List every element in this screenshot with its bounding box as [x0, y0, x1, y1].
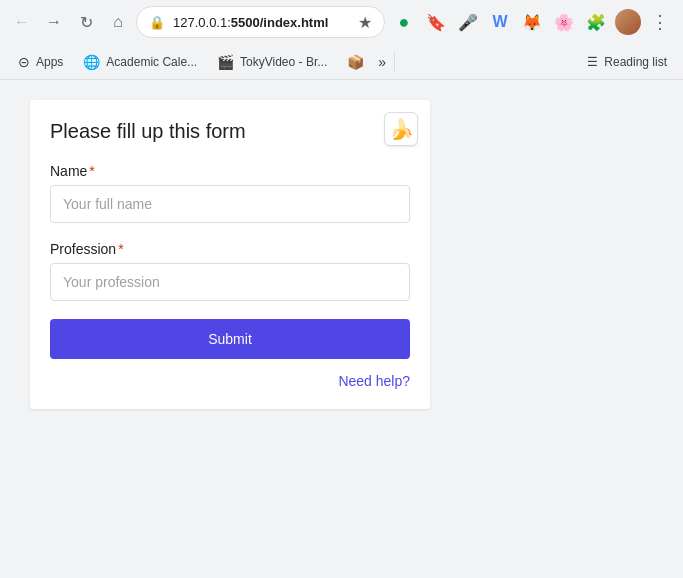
bookmark-button[interactable]: ★ — [358, 13, 372, 32]
submit-button[interactable]: Submit — [50, 319, 410, 359]
more-options-button[interactable]: ⋮ — [645, 7, 675, 37]
extensions-button[interactable]: 🧩 — [581, 7, 611, 37]
name-required: * — [89, 163, 94, 179]
extension-mic-button[interactable]: 🎤 — [453, 7, 483, 37]
extension-green-button[interactable]: ● — [389, 7, 419, 37]
tab-toky-label: TokyVideo - Br... — [240, 55, 327, 69]
browser-chrome: ← → ↻ ⌂ 🔒 127.0.0.1:5500/index.html ★ ● … — [0, 0, 683, 570]
help-link[interactable]: Need help? — [50, 373, 410, 389]
extension-green-icon: ● — [399, 12, 410, 33]
back-button[interactable]: ← — [8, 8, 36, 36]
avatar — [615, 9, 641, 35]
form-card: 🍌 Please fill up this form Name* Profess… — [30, 100, 430, 409]
profile-button[interactable] — [613, 7, 643, 37]
form-title: Please fill up this form — [50, 120, 410, 143]
address-text: 127.0.0.1:5500/index.html — [173, 15, 350, 30]
banana-icon: 🍌 — [389, 117, 414, 141]
divider — [394, 52, 395, 72]
fox-icon: 🦊 — [522, 13, 542, 32]
expand-tabs-button[interactable]: » — [374, 50, 390, 74]
toolbar: ← → ↻ ⌂ 🔒 127.0.0.1:5500/index.html ★ ● … — [0, 0, 683, 44]
reading-list-button[interactable]: ☰ Reading list — [579, 51, 675, 73]
profession-label: Profession* — [50, 241, 410, 257]
mic-icon: 🎤 — [458, 13, 478, 32]
academic-icon: 🌐 — [83, 54, 100, 70]
address-bar[interactable]: 🔒 127.0.0.1:5500/index.html ★ — [136, 6, 385, 38]
profession-input[interactable] — [50, 263, 410, 301]
tabs-bar: ⊝ Apps 🌐 Academic Cale... 🎬 TokyVideo - … — [0, 44, 683, 80]
reading-list-label: Reading list — [604, 55, 667, 69]
reading-list-icon: ☰ — [587, 55, 598, 69]
name-input[interactable] — [50, 185, 410, 223]
tab-apps[interactable]: ⊝ Apps — [8, 44, 73, 80]
lock-icon: 🔒 — [149, 15, 165, 30]
banana-button[interactable]: 🍌 — [384, 112, 418, 146]
tab-apps-label: Apps — [36, 55, 63, 69]
tab-toky[interactable]: 🎬 TokyVideo - Br... — [207, 44, 337, 80]
tab-academic[interactable]: 🌐 Academic Cale... — [73, 44, 207, 80]
flower-icon: 🌸 — [554, 13, 574, 32]
dropbox-icon: 📦 — [347, 54, 364, 70]
extension-fox-button[interactable]: 🦊 — [517, 7, 547, 37]
bookmark-icon: 🔖 — [426, 13, 446, 32]
extension-bookmark-button[interactable]: 🔖 — [421, 7, 451, 37]
toolbar-icons: ● 🔖 🎤 W 🦊 🌸 🧩 — [389, 7, 675, 37]
more-icon: ⋮ — [651, 11, 669, 33]
profession-required: * — [118, 241, 123, 257]
home-button[interactable]: ⌂ — [104, 8, 132, 36]
toky-icon: 🎬 — [217, 54, 234, 70]
w-icon: W — [492, 13, 507, 31]
extension-flower-button[interactable]: 🌸 — [549, 7, 579, 37]
profession-field-group: Profession* — [50, 241, 410, 301]
tab-dropbox[interactable]: 📦 — [337, 44, 374, 80]
name-field-group: Name* — [50, 163, 410, 223]
expand-icon: » — [378, 54, 386, 70]
extension-w-button[interactable]: W — [485, 7, 515, 37]
puzzle-icon: 🧩 — [586, 13, 606, 32]
tab-academic-label: Academic Cale... — [106, 55, 197, 69]
page-area: 🍌 Please fill up this form Name* Profess… — [0, 80, 683, 570]
name-label: Name* — [50, 163, 410, 179]
reload-button[interactable]: ↻ — [72, 8, 100, 36]
forward-button[interactable]: → — [40, 8, 68, 36]
apps-grid-icon: ⊝ — [18, 54, 30, 70]
